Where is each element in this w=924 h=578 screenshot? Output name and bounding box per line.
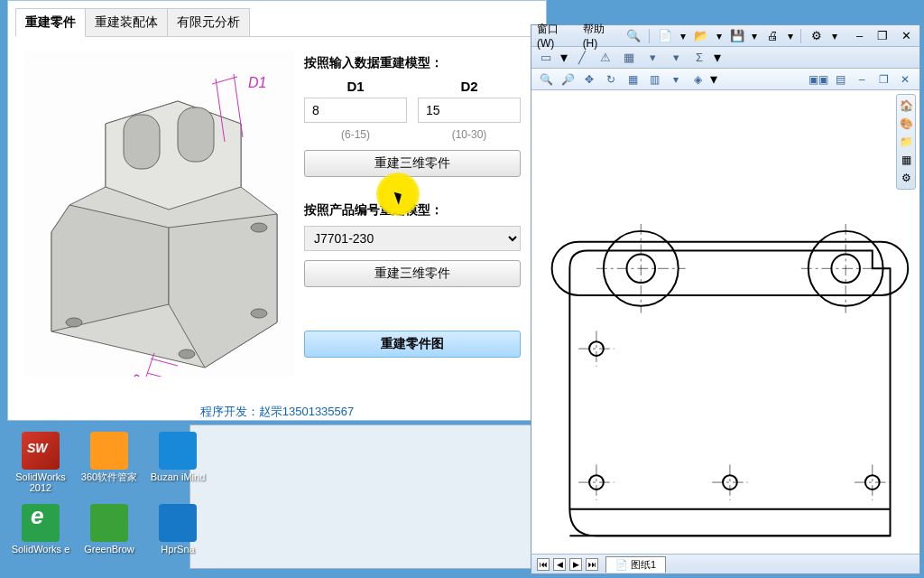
rotate-icon[interactable]: ↻ bbox=[602, 71, 620, 88]
tab-rebuild-assembly[interactable]: 重建装配体 bbox=[85, 8, 168, 36]
svg-point-8 bbox=[251, 309, 267, 318]
grid-panel-icon[interactable]: ▦ bbox=[898, 152, 914, 168]
sheet-tab-1[interactable]: 📄 图纸1 bbox=[605, 556, 666, 573]
app-minimize-icon[interactable]: – bbox=[852, 28, 868, 44]
dropdown2-icon[interactable]: ▾ bbox=[667, 50, 685, 66]
home-icon[interactable]: 🏠 bbox=[898, 98, 914, 114]
section1-label: 按照输入数据重建模型： bbox=[304, 55, 521, 71]
library-folder-icon[interactable]: 📁 bbox=[898, 134, 914, 150]
rebuild-dialog: 重建零件 重建装配体 有限元分析 bbox=[7, 0, 547, 421]
app-close-icon[interactable]: ✕ bbox=[898, 28, 914, 44]
doc-minimize-icon[interactable]: – bbox=[853, 71, 871, 88]
desktop-hprsnap[interactable]: HprSna bbox=[146, 504, 209, 574]
view-dd-icon[interactable]: ▾ bbox=[667, 71, 685, 88]
dropdown1-icon[interactable]: ▾ bbox=[643, 50, 661, 66]
feature-tree-panel bbox=[189, 424, 532, 569]
rebuild-drawing-button[interactable]: 重建零件图 bbox=[304, 331, 521, 358]
shaded-icon[interactable]: ▦ bbox=[624, 71, 642, 88]
tab-fea[interactable]: 有限元分析 bbox=[167, 8, 250, 36]
print-icon[interactable]: 🖨 bbox=[764, 28, 781, 44]
open-icon[interactable]: 📂 bbox=[693, 28, 709, 44]
sheet-prev-button[interactable]: ◀ bbox=[553, 558, 566, 571]
grid-icon[interactable]: ▦ bbox=[620, 50, 638, 66]
sheet-last-button[interactable]: ⏭ bbox=[586, 558, 598, 571]
d1-range: (6-15) bbox=[304, 128, 407, 141]
drawing-canvas[interactable] bbox=[531, 90, 919, 554]
svg-point-7 bbox=[179, 350, 195, 359]
tab-rebuild-part[interactable]: 重建零件 bbox=[15, 8, 86, 37]
sheet-tabs-bar: ⏮ ◀ ▶ ⏭ 📄 图纸1 bbox=[531, 554, 919, 573]
menu-help[interactable]: 帮助(H) bbox=[583, 22, 619, 50]
product-code-select[interactable]: J7701-230 bbox=[304, 226, 521, 251]
dim-label-d2: D2 bbox=[127, 373, 148, 377]
cursor-highlight bbox=[376, 172, 420, 216]
developer-credit: 程序开发：赵罘13501335567 bbox=[15, 404, 539, 420]
zoom-icon[interactable]: 🔍 bbox=[537, 71, 555, 88]
hide-windows-icon[interactable]: ▣▣ bbox=[809, 71, 827, 88]
d2-range: (10-30) bbox=[418, 128, 521, 141]
doc-close-icon[interactable]: ✕ bbox=[896, 71, 914, 88]
menu-window[interactable]: 窗口(W) bbox=[537, 22, 576, 50]
desktop-greenbrowser[interactable]: GreenBrow bbox=[78, 504, 141, 574]
new-icon[interactable]: 📄 bbox=[657, 28, 673, 44]
svg-rect-4 bbox=[124, 115, 160, 169]
save-icon[interactable]: 💾 bbox=[729, 28, 745, 44]
config-icon[interactable]: ⚙ bbox=[898, 170, 914, 186]
view-toolbar: 🔍 🔎 ✥ ↻ ▦ ▥ ▾ ◈▾ ▣▣ ▤ – ❐ ✕ bbox=[531, 69, 919, 90]
sheet-next-button[interactable]: ▶ bbox=[569, 558, 582, 571]
rebuild-3d-button-2[interactable]: 重建三维零件 bbox=[304, 260, 521, 287]
dim-label-d1: D1 bbox=[248, 75, 266, 90]
equation-icon[interactable]: Σ bbox=[690, 50, 708, 66]
rebuild-form: 按照输入数据重建模型： D1 (6-15) D2 (10-30) 重建三维零件 … bbox=[295, 51, 530, 398]
pan-icon[interactable]: ✥ bbox=[580, 71, 598, 88]
task-pane: 🏠 🎨 📁 ▦ ⚙ bbox=[896, 94, 916, 190]
svg-point-9 bbox=[251, 223, 267, 232]
svg-point-6 bbox=[66, 318, 82, 327]
desktop-solidworks2012[interactable]: SolidWorks 2012 bbox=[9, 432, 72, 502]
options-icon[interactable]: ⚙ bbox=[808, 28, 825, 44]
line-icon[interactable]: ╱ bbox=[573, 50, 591, 66]
search-icon[interactable]: 🔍 bbox=[626, 28, 642, 44]
appearances-icon[interactable]: 🎨 bbox=[898, 116, 914, 132]
display-icon[interactable]: ◈ bbox=[688, 71, 707, 88]
d1-header: D1 bbox=[304, 79, 407, 94]
app-restore-icon[interactable]: ❐ bbox=[875, 28, 892, 44]
doc-restore-icon[interactable]: ❐ bbox=[874, 71, 892, 88]
d2-input[interactable] bbox=[418, 98, 521, 123]
command-toolbar: ▭▾ ╱ ⚠ ▦ ▾ ▾ Σ▾ bbox=[531, 47, 919, 69]
dimension-icon[interactable]: ⚠ bbox=[596, 50, 614, 66]
menu-bar: 窗口(W) 帮助(H) 🔍 📄▾ 📂▾ 💾▾ 🖨▾ ⚙▾ – ❐ ✕ bbox=[531, 25, 919, 47]
svg-line-15 bbox=[146, 353, 154, 377]
zoomfit-icon[interactable]: 🔎 bbox=[559, 71, 577, 88]
dialog-tabs: 重建零件 重建装配体 有限元分析 bbox=[15, 8, 539, 37]
d1-input[interactable] bbox=[304, 98, 407, 123]
part-preview: D1 D2 bbox=[24, 51, 295, 377]
d2-header: D2 bbox=[418, 79, 521, 94]
rebuild-3d-button-1[interactable]: 重建三维零件 bbox=[304, 150, 521, 177]
sheet-first-button[interactable]: ⏮ bbox=[537, 558, 550, 571]
sketch-icon[interactable]: ▭ bbox=[537, 50, 555, 66]
desktop-solidworks-e[interactable]: SolidWorks e bbox=[9, 504, 72, 574]
svg-line-14 bbox=[147, 373, 174, 377]
tile-windows-icon[interactable]: ▤ bbox=[831, 71, 849, 88]
desktop-icons: SolidWorks 2012 360软件管家 Buzan iMind Soli… bbox=[9, 432, 209, 574]
section-icon[interactable]: ▥ bbox=[645, 71, 663, 88]
svg-rect-5 bbox=[178, 107, 214, 162]
desktop-360mgr[interactable]: 360软件管家 bbox=[78, 432, 141, 502]
solidworks-window: 窗口(W) 帮助(H) 🔍 📄▾ 📂▾ 💾▾ 🖨▾ ⚙▾ – ❐ ✕ ▭▾ ╱ … bbox=[531, 24, 920, 574]
desktop-buzan[interactable]: Buzan iMind bbox=[146, 432, 209, 502]
